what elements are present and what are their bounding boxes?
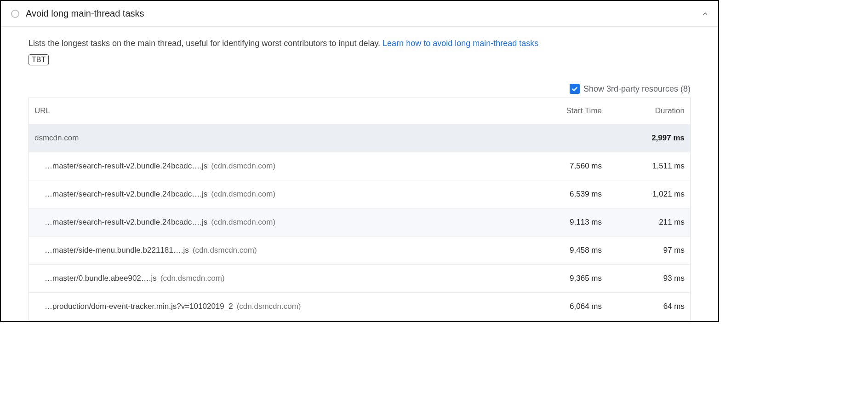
row-path: …master/0.bundle.abee902….js [45, 274, 157, 283]
audit-header[interactable]: Avoid long main-thread tasks [1, 1, 718, 27]
row-path: …master/side-menu.bundle.b221181….js [45, 246, 189, 255]
audit-panel: Avoid long main-thread tasks Lists the l… [0, 0, 719, 322]
row-url: …master/search-result-v2.bundle.24bcadc…… [45, 218, 519, 227]
audit-body: Lists the longest tasks on the main thre… [1, 27, 718, 321]
row-start-time: 9,113 ms [519, 218, 602, 227]
row-path: …master/search-result-v2.bundle.24bcadc…… [45, 218, 207, 226]
row-host: (cdn.dsmcdn.com) [211, 218, 275, 226]
chevron-up-icon [702, 10, 709, 17]
audit-description: Lists the longest tasks on the main thre… [29, 37, 691, 50]
row-start-time: 9,458 ms [519, 246, 602, 255]
row-url: …master/0.bundle.abee902….js(cdn.dsmcdn.… [45, 274, 519, 283]
third-party-checkbox[interactable] [570, 84, 580, 94]
tbt-badge: TBT [29, 54, 49, 65]
table-row[interactable]: …master/search-result-v2.bundle.24bcadc…… [29, 180, 690, 208]
row-path: …master/search-result-v2.bundle.24bcadc…… [45, 162, 207, 170]
row-duration: 64 ms [602, 302, 685, 311]
row-duration: 97 ms [602, 246, 685, 255]
table-row[interactable]: …master/0.bundle.abee902….js(cdn.dsmcdn.… [29, 265, 690, 293]
row-start-time: 7,560 ms [519, 162, 602, 171]
row-start-time: 6,539 ms [519, 190, 602, 199]
table-row[interactable]: …production/dom-event-tracker.min.js?v=1… [29, 293, 690, 321]
row-host: (cdn.dsmcdn.com) [211, 190, 275, 198]
table-row[interactable]: …master/side-menu.bundle.b221181….js(cdn… [29, 237, 690, 265]
third-party-toggle-row: Show 3rd-party resources (8) [29, 84, 691, 94]
row-host: (cdn.dsmcdn.com) [211, 162, 275, 170]
header-duration: Duration [602, 106, 685, 116]
check-icon [571, 85, 578, 93]
row-url: …production/dom-event-tracker.min.js?v=1… [45, 302, 519, 311]
row-url: …master/search-result-v2.bundle.24bcadc…… [45, 190, 519, 199]
third-party-label: Show 3rd-party resources (8) [583, 84, 691, 94]
table-row[interactable]: …master/search-result-v2.bundle.24bcadc…… [29, 208, 690, 237]
learn-more-link[interactable]: Learn how to avoid long main-thread task… [383, 39, 538, 48]
row-duration: 1,021 ms [602, 190, 685, 199]
group-total-duration: 2,997 ms [602, 133, 685, 143]
row-host: (cdn.dsmcdn.com) [193, 246, 257, 255]
row-url: …master/side-menu.bundle.b221181….js(cdn… [45, 246, 519, 255]
header-url: URL [34, 106, 519, 116]
row-duration: 93 ms [602, 274, 685, 283]
row-path: …master/search-result-v2.bundle.24bcadc…… [45, 190, 207, 198]
row-duration: 211 ms [602, 218, 685, 227]
audit-title: Avoid long main-thread tasks [26, 8, 695, 19]
table-row[interactable]: …master/search-result-v2.bundle.24bcadc…… [29, 152, 690, 180]
row-start-time: 6,064 ms [519, 302, 602, 311]
row-host: (cdn.dsmcdn.com) [160, 274, 225, 283]
table-header-row: URL Start Time Duration [29, 98, 690, 124]
description-text: Lists the longest tasks on the main thre… [29, 39, 383, 48]
row-path: …production/dom-event-tracker.min.js?v=1… [45, 302, 233, 311]
row-start-time: 9,365 ms [519, 274, 602, 283]
status-circle-icon [11, 10, 19, 18]
group-host: dsmcdn.com [34, 133, 519, 143]
row-url: …master/search-result-v2.bundle.24bcadc…… [45, 162, 519, 171]
tasks-table: URL Start Time Duration dsmcdn.com 2,997… [29, 98, 691, 321]
header-start-time: Start Time [519, 106, 602, 116]
row-duration: 1,511 ms [602, 162, 685, 171]
group-row[interactable]: dsmcdn.com 2,997 ms [29, 124, 690, 152]
row-host: (cdn.dsmcdn.com) [237, 302, 301, 311]
